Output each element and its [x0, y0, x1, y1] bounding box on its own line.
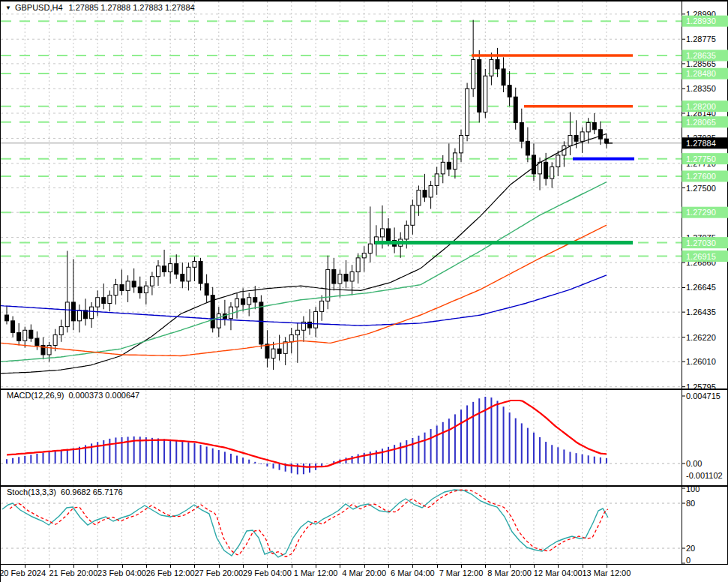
time-axis-tick — [194, 565, 195, 568]
time-axis-tick — [267, 565, 268, 568]
time-axis-tick — [316, 565, 316, 568]
candle-body — [502, 69, 505, 86]
candle-body — [586, 122, 590, 131]
time-axis-tick — [607, 565, 607, 568]
candle-body — [417, 190, 421, 206]
candle-body — [332, 269, 336, 284]
stoch-axis-label: 20 — [686, 544, 695, 553]
candle-body — [29, 330, 33, 338]
time-axis-label: 26 Feb 12:00 — [146, 568, 195, 578]
macd-histogram — [7, 397, 607, 474]
price-level-badge-label: 1.27600 — [686, 172, 716, 181]
candle-body — [308, 322, 312, 328]
time-axis-tick — [219, 565, 220, 568]
time-axis-tick — [25, 565, 25, 568]
candle-body — [338, 274, 342, 284]
macd-axis-label: 0.004715 — [686, 392, 721, 400]
candle-body — [387, 229, 391, 241]
candle-body — [550, 167, 554, 179]
candle-body — [120, 285, 124, 291]
candle-body — [277, 349, 281, 353]
candle-body — [411, 206, 415, 225]
macd-values: 0.000373 0.000647 — [68, 391, 139, 400]
vertical-gridlines — [25, 390, 607, 485]
candle-body — [35, 338, 39, 345]
candle-body — [217, 314, 220, 328]
candle-body — [157, 266, 160, 277]
horizontal-gridlines — [1, 14, 682, 387]
time-axis-tick — [97, 565, 98, 568]
candle-body — [350, 272, 354, 281]
candle-body — [96, 298, 100, 307]
price-axis-label: 1.26010 — [686, 357, 716, 366]
price-axis-label: 1.28350 — [686, 84, 716, 93]
candle-body — [368, 244, 372, 253]
price-axis-label: 1.27500 — [686, 184, 716, 193]
candle-body — [150, 277, 154, 286]
time-axis-label: 12 Mar 04:00 — [534, 568, 583, 578]
time-axis-tick — [583, 565, 583, 568]
candle-body — [126, 281, 130, 290]
symbol-period-label: GBPUSD,H4 — [15, 3, 63, 12]
time-axis-label: 6 Mar 04:00 — [391, 568, 435, 578]
candle-body — [466, 88, 469, 135]
time-axis-tick — [364, 565, 365, 568]
candle-body — [138, 287, 142, 293]
candle-body — [453, 153, 457, 170]
time-axis-label: 4 Mar 20:00 — [342, 568, 386, 578]
candle-body — [556, 155, 560, 167]
time-axis-tick — [49, 565, 50, 568]
candle-body — [47, 345, 51, 354]
candle-body — [17, 332, 21, 340]
macd-name: MACD(12,26,9) — [7, 391, 64, 400]
macd-axis-label: 0.00 — [686, 459, 702, 468]
candle-body — [65, 302, 69, 327]
candle-body — [478, 59, 481, 112]
time-axis-label: 8 Mar 20:00 — [487, 568, 532, 578]
time-axis[interactable]: 20 Feb 202421 Feb 20:0023 Feb 04:0026 Fe… — [1, 565, 728, 582]
candle-body — [90, 307, 94, 319]
chart-title: ▼GBPUSD,H41.27885 1.27888 1.27883 1.2788… — [5, 3, 195, 12]
stoch-name: Stoch(13,3,3) — [7, 488, 56, 496]
candle-body — [598, 130, 602, 139]
candle-body — [320, 301, 324, 311]
candle-body — [520, 122, 523, 141]
candle-body — [447, 162, 451, 169]
candle-body — [314, 311, 318, 328]
price-level-badge-label: 1.28065 — [686, 118, 716, 127]
time-axis-tick — [485, 565, 486, 568]
candle-body — [235, 298, 239, 307]
candle-body — [435, 174, 439, 186]
candle-body — [604, 139, 608, 143]
stoch-panel-label: Stoch(13,3,3)60.9682 65.7176 — [7, 488, 123, 496]
candle-body — [181, 274, 184, 281]
stoch-axis-label: 0 — [686, 556, 691, 565]
time-axis-label: 13 Mar 12:00 — [582, 568, 631, 578]
candle-body — [508, 86, 511, 98]
candle-body — [199, 262, 202, 284]
price-level-badge-label: 1.28930 — [686, 16, 716, 26]
current-price-badge-label: 1.27884 — [686, 139, 716, 148]
candle-body — [356, 258, 360, 272]
candle-body — [102, 298, 106, 304]
candle-body — [429, 185, 433, 197]
candle-body — [289, 334, 293, 341]
macd-signal-line — [7, 400, 607, 467]
candle-body — [114, 285, 118, 296]
macd-panel[interactable]: 0.0047150.00-0.001102 — [1, 389, 728, 486]
time-axis-tick — [122, 565, 123, 568]
price-axis-label: 1.25795 — [686, 382, 716, 389]
collapse-quotes-icon[interactable]: ▼ — [5, 4, 11, 11]
time-axis-tick — [170, 565, 171, 568]
candle-body — [532, 155, 535, 174]
stoch-panel[interactable]: 10080200 — [1, 486, 728, 565]
time-axis-label: 1 Mar 12:00 — [294, 568, 338, 578]
candle-body — [84, 310, 88, 319]
time-axis-label: 23 Feb 04:00 — [97, 568, 146, 578]
price-level-badge-label: 1.26915 — [686, 252, 716, 261]
time-axis-label: 7 Mar 12:00 — [439, 568, 484, 578]
candle-body — [441, 162, 445, 174]
main-chart-panel[interactable]: 1.289901.287751.285651.283501.281401.279… — [1, 1, 728, 389]
candle-body — [295, 330, 299, 334]
time-axis-tick — [558, 565, 559, 568]
